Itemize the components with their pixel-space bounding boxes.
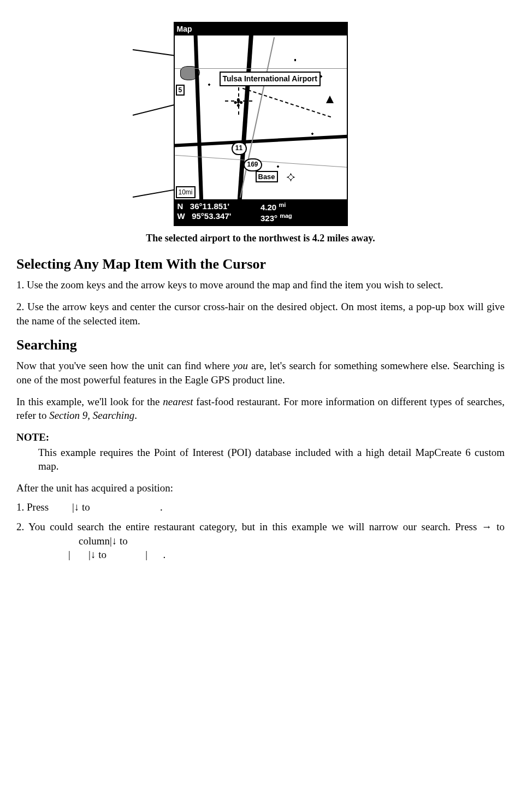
status-dist-brg: 4.20 mi 323° mag [260,201,344,223]
emphasis-section9: Section 9, Searching [49,410,134,421]
figure-caption: The selected airport to the northwest is… [16,232,505,245]
map-device-screen: Map 5 ✣ Tulsa International Airport [174,22,348,226]
lon-prefix: W [177,211,185,221]
map-titlebar: Map [175,23,347,35]
text-run: 1. Press [16,501,51,513]
north-arrow-icon: ⯎ [287,172,295,184]
section-heading-searching: Searching [16,335,505,354]
road-thin [175,68,347,69]
text-run: . [160,501,163,513]
road-vertical-left [193,35,204,200]
note-body: This example requires the Point of Inter… [38,446,505,473]
bearing-unit: mag [280,212,292,219]
text-run: 2. You could search the entire restauran… [16,521,482,532]
zoom-level: 10mi [176,186,196,198]
text-run: to [96,549,109,560]
section1-step2: 2. Use the arrow keys and center the cur… [16,300,505,328]
map-figure: Map 5 ✣ Tulsa International Airport [174,22,348,226]
airport-icon: ✣ [234,96,243,110]
down-arrow-icon: ↓ [91,549,96,560]
figure-container: Map 5 ✣ Tulsa International Airport [16,22,505,226]
emphasis-you: you [233,360,248,371]
down-arrow-icon: ↓ [112,535,117,547]
bearing-value: 323° [260,214,277,223]
after-position-line: After the unit has acquired a position: [16,481,505,495]
base-label: Base [256,171,278,183]
text-run: to [82,501,93,513]
note-heading: NOTE: [16,430,505,444]
distance-unit: mi [279,201,286,208]
searching-para2: In this example, we'll look for the near… [16,395,505,423]
position-marker [326,96,334,103]
text-run: Now that you've seen how the unit can fi… [16,360,233,371]
text-run: | [145,549,147,560]
map-canvas: 5 ✣ Tulsa International Airport 11 169 B… [175,35,347,200]
emphasis-nearest: nearest [163,396,193,407]
text-run: . [163,549,165,560]
text-run: In this example, we'll look for the [16,396,163,407]
selected-item-popup: Tulsa International Airport [220,72,321,86]
distance-value: 4.20 [260,203,276,212]
latitude-value: 36°11.851' [190,201,229,211]
down-arrow-icon: ↓ [74,501,80,513]
text-run: to [117,535,128,547]
highway-shield: 169 [244,158,262,171]
searching-para1: Now that you've seen how the unit can fi… [16,359,505,387]
lat-prefix: N [177,201,183,211]
text-run: | [68,549,70,560]
highway-shield: 11 [232,142,247,155]
bearing-line [242,88,330,117]
section1-step1: 1. Use the zoom keys and the arrow keys … [16,278,505,292]
right-arrow-icon: → [482,521,492,532]
section-heading-cursor: Selecting Any Map Item With the Cursor [16,254,505,274]
zoom-indicator-small: 5 [176,85,185,96]
text-run: to [492,521,505,532]
text-run: column [79,535,110,547]
text-run: . [134,410,137,421]
status-coords: N 36°11.851' W 95°53.347' [177,201,261,223]
status-bar: N 36°11.851' W 95°53.347' 4.20 mi 323° [175,200,347,225]
longitude-value: 95°53.347' [192,211,231,221]
search-step2: 2. You could search the entire restauran… [16,520,505,562]
search-step1: 1. Press |↓ to . [16,500,505,514]
